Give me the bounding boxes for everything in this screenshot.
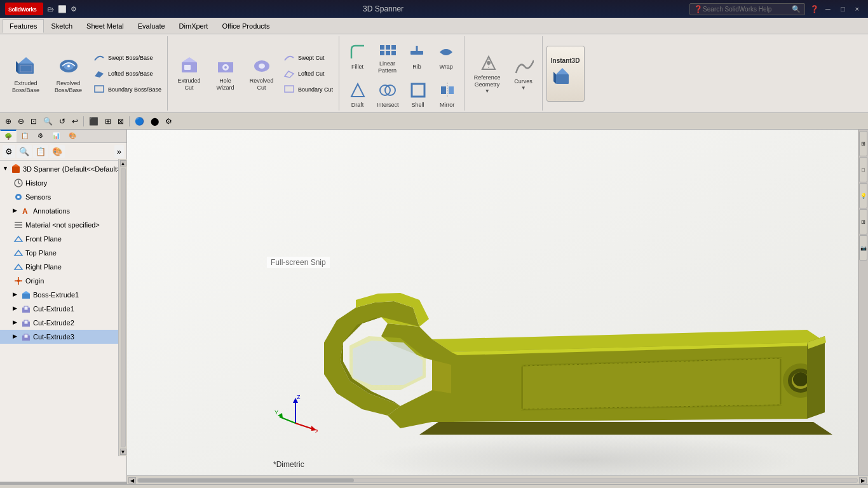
tab-evaluate[interactable]: Evaluate [131, 19, 172, 33]
menu-file[interactable]: 🗁 [47, 5, 54, 13]
tree-item-cut-extrude3[interactable]: ▶ Cut-Extrude3 [0, 330, 126, 344]
v-scrollbar[interactable]: ▲ ▼ [118, 159, 127, 456]
tree-item-annotations[interactable]: ▶ A Annotations [0, 204, 126, 218]
maximize-btn[interactable]: □ [837, 4, 849, 14]
svg-rect-64 [24, 320, 28, 324]
help-btn[interactable]: ❓ [810, 5, 819, 13]
shell-button[interactable]: Shell [404, 78, 432, 111]
view-orient-btn[interactable]: ⊞ [102, 116, 114, 127]
fillet-button[interactable]: Fillet [343, 36, 372, 77]
rsp-btn-3[interactable]: 💡 [859, 183, 867, 208]
tab-office-products[interactable]: Office Products [215, 19, 276, 33]
sidebar-add-btn[interactable]: » [114, 145, 124, 158]
sidebar-tab-display[interactable]: 🎨 [64, 130, 81, 142]
scene-btn[interactable]: ⬤ [148, 116, 161, 127]
wrap-button[interactable]: Wrap [432, 36, 460, 77]
sidebar-filter-btn[interactable]: ⚙ [3, 145, 15, 158]
lofted-boss-button[interactable]: Lofted Boss/Base [90, 66, 165, 81]
extruded-cut-button[interactable]: ExtrudedCut [172, 53, 207, 94]
rsp-btn-1[interactable]: ⊞ [859, 131, 867, 156]
tree-item-right-plane[interactable]: Right Plane [0, 260, 126, 274]
lofted-cut-button[interactable]: Lofted Cut [280, 66, 336, 81]
rsp-btn-2[interactable]: □ [859, 157, 867, 182]
expand-cut3[interactable]: ▶ [13, 333, 20, 341]
linear-pattern-button[interactable]: LinearPattern [373, 36, 402, 77]
sensors-label: Sensors [25, 193, 51, 201]
tree-item-boss-extrude1[interactable]: ▶ Boss-Extrude1 [0, 288, 126, 302]
appearance-btn[interactable]: 🔵 [132, 116, 147, 127]
tab-features[interactable]: Features [3, 19, 44, 33]
section-view-btn[interactable]: ⊠ [115, 116, 126, 127]
swept-boss-button[interactable]: Swept Boss/Base [90, 50, 165, 65]
intersect-button[interactable]: Intersect [373, 78, 403, 111]
expand-root[interactable]: ▼ [3, 165, 10, 173]
tab-sheet-metal[interactable]: Sheet Metal [79, 19, 131, 33]
tab-sketch[interactable]: Sketch [44, 19, 79, 33]
extruded-boss-button[interactable]: ExtrudedBoss/Base [5, 51, 46, 97]
menu-edit[interactable]: ⬜ [58, 5, 67, 13]
zoom-area-btn[interactable]: 🔍 [41, 116, 55, 127]
tree-item-top-plane[interactable]: Top Plane [0, 246, 126, 260]
sidebar-search-btn[interactable]: 🔍 [17, 145, 32, 158]
minimize-btn[interactable]: ─ [822, 4, 834, 14]
h-scroll-left[interactable]: ◀ [128, 477, 136, 484]
search-icon[interactable]: 🔍 [792, 5, 801, 13]
tree-item-cut-extrude1[interactable]: ▶ Cut-Extrude1 [0, 302, 126, 316]
zoom-out-btn[interactable]: ⊖ [15, 116, 27, 127]
menu-view[interactable]: ⚙ [71, 5, 77, 13]
revolved-boss-button[interactable]: RevolvedBoss/Base [48, 51, 89, 97]
rsp-btn-4[interactable]: ⊟ [859, 209, 867, 234]
tree-item-front-plane[interactable]: Front Plane [0, 232, 126, 246]
viewport[interactable]: Full-screen Snip Z X Y [127, 130, 868, 475]
reference-geometry-button[interactable]: ReferenceGeometry ▼ [468, 50, 506, 97]
root-label: 3D Spanner (Default<<Default> [23, 165, 121, 173]
sidebar-tab-propertymanager[interactable]: 📋 [17, 130, 33, 142]
boundary-cut-button[interactable]: Boundary Cut [280, 82, 336, 97]
zoom-in-btn[interactable]: ⊕ [3, 116, 14, 127]
sidebar-collapse-btn[interactable]: 📋 [33, 145, 48, 158]
close-btn[interactable]: × [851, 4, 863, 14]
svg-rect-22 [386, 45, 390, 50]
rib-button[interactable]: Rib [403, 36, 431, 77]
hole-wizard-button[interactable]: HoleWizard [208, 53, 243, 94]
sidebar-tab-dim[interactable]: 📊 [48, 130, 64, 142]
sidebar-options-btn[interactable]: 🎨 [50, 145, 65, 158]
sidebar-tab-config[interactable]: ⚙ [33, 130, 48, 142]
revolved-cut-button[interactable]: RevolvedCut [244, 53, 279, 94]
curves-button[interactable]: Curves ▼ [508, 54, 539, 93]
display-style-btn[interactable]: ⬛ [86, 116, 101, 127]
tree-item-sensors[interactable]: Sensors [0, 190, 126, 204]
tree-item-history[interactable]: History [0, 176, 126, 190]
expand-cut1[interactable]: ▶ [13, 305, 20, 313]
rsp-btn-5[interactable]: 📷 [859, 235, 867, 261]
h-scroll-right[interactable]: ▶ [859, 477, 867, 484]
expand-annotations[interactable]: ▶ [13, 207, 20, 215]
sidebar-tab-featuremanager[interactable]: 🌳 [0, 130, 17, 142]
tree-item-cut-extrude2[interactable]: ▶ Cut-Extrude2 [0, 316, 126, 330]
decals-btn[interactable]: ⚙ [163, 116, 175, 127]
tree-item-origin[interactable]: Origin [0, 274, 126, 288]
expand-cut2[interactable]: ▶ [13, 319, 20, 327]
boundary-boss-button[interactable]: Boundary Boss/Base [90, 82, 165, 97]
h-scrollbar[interactable]: ◀ ▶ [127, 475, 868, 484]
revolved-cut-icon [252, 56, 272, 76]
v-scroll-down[interactable]: ▼ [120, 449, 126, 455]
expand-boss[interactable]: ▶ [13, 291, 20, 299]
tree-item-root[interactable]: ▼ 3D Spanner (Default<<Default> [0, 162, 126, 176]
v-scroll-up[interactable]: ▲ [120, 160, 126, 166]
instant3d-button[interactable]: Instant3D [546, 46, 585, 102]
sidebar-resize-handle[interactable] [0, 482, 126, 484]
top-plane-icon [13, 247, 24, 259]
tree-item-material[interactable]: Material <not specified> [0, 218, 126, 232]
h-scroll-thumb[interactable] [138, 478, 354, 482]
svg-rect-39 [556, 74, 569, 84]
tab-dimxpert[interactable]: DimXpert [172, 19, 215, 33]
draft-button[interactable]: Draft [343, 78, 372, 111]
zoom-fit-btn[interactable]: ⊡ [28, 116, 39, 127]
swept-cut-button[interactable]: Swept Cut [280, 50, 336, 65]
title-bar: SolidWorks 🗁 ⬜ ⚙ 3D Spanner ❓ 🔍 ❓ ─ □ × [0, 0, 868, 18]
mirror-button[interactable]: Mirror [433, 78, 461, 111]
search-input[interactable] [703, 6, 792, 13]
rotate-view-btn[interactable]: ↺ [57, 116, 68, 127]
undo-btn[interactable]: ↩ [69, 116, 81, 127]
